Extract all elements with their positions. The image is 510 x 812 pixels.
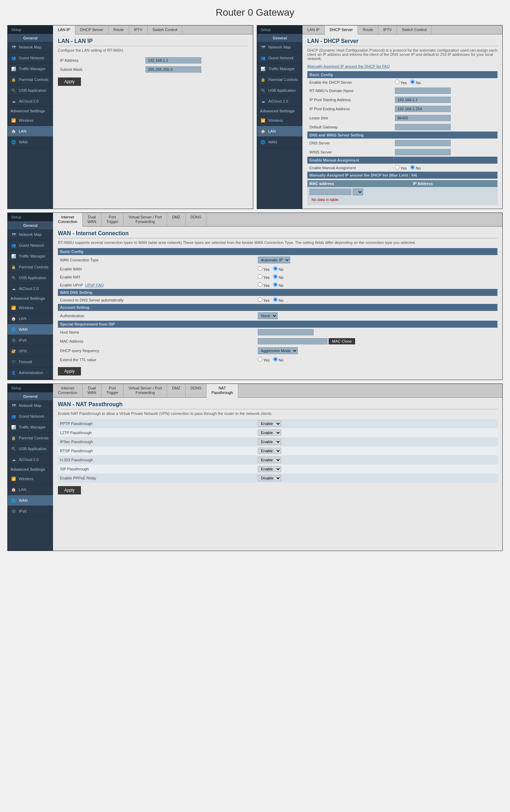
- wan-type-select[interactable]: Automatic IP: [258, 256, 290, 263]
- tab-iptv[interactable]: IPTV: [129, 25, 148, 34]
- sidebar-item-parental-controls[interactable]: 🔒 Parental Controls: [257, 74, 302, 85]
- sidebar-item-wan[interactable]: 🌐 WAN: [8, 324, 53, 335]
- sidebar-item-lan[interactable]: 🏠 LAN: [257, 126, 302, 137]
- radio-no[interactable]: No: [273, 282, 284, 288]
- radio-yes[interactable]: Yes: [258, 357, 270, 362]
- domain-name-input[interactable]: [395, 88, 451, 94]
- sidebar-item-traffic-manager[interactable]: 📊 Traffic Manager: [257, 64, 302, 74]
- ip-pool-end-input[interactable]: [395, 106, 451, 112]
- l2tp-select[interactable]: EnableDisable: [258, 430, 281, 436]
- dhcp-freq-select[interactable]: Aggressive Mode: [258, 347, 298, 354]
- tab-internet-connection[interactable]: InternetConnection: [53, 213, 83, 227]
- sidebar-item-network-map[interactable]: 🗺 Network Map: [8, 229, 53, 240]
- mac-input[interactable]: [309, 189, 351, 195]
- tab-dual-wan[interactable]: DualWAN: [83, 213, 102, 226]
- sidebar-item-aicloud[interactable]: ☁ AiCloud 2.0: [257, 96, 302, 107]
- pptp-select[interactable]: EnableDisable: [258, 420, 281, 427]
- radio-yes[interactable]: Yes: [258, 274, 270, 280]
- sidebar-item-wireless[interactable]: 📶 Wireless: [8, 115, 53, 126]
- sidebar-item-vpn[interactable]: 🔐 VPN: [8, 346, 53, 357]
- sidebar-item-usb-app[interactable]: 🔌 USB Application: [257, 85, 302, 96]
- default-gateway-input[interactable]: [395, 124, 451, 130]
- sidebar-item-firewall[interactable]: 🛡 Firewall: [8, 357, 53, 367]
- tab-nat-passthrough[interactable]: NATPassthrough: [207, 384, 238, 398]
- sidebar-item-traffic-manager[interactable]: 📊 Traffic Manager: [8, 64, 53, 74]
- dns-server-input[interactable]: [395, 140, 451, 146]
- sidebar-item-guest-network[interactable]: 👥 Guest Network: [257, 53, 302, 64]
- sidebar-item-ipv6[interactable]: ⓪ IPv6: [8, 506, 53, 517]
- tab-vspf[interactable]: Virtual Server / PortForwarding: [123, 384, 167, 397]
- pppoe-relay-select[interactable]: DisableEnable: [258, 475, 281, 481]
- dhcp-faq-link[interactable]: Manually Assigned IP around the DHCP lis…: [307, 64, 497, 68]
- wins-server-input[interactable]: [395, 149, 451, 155]
- mac-address-input[interactable]: [258, 338, 328, 344]
- sidebar-item-lan[interactable]: 🏠 LAN: [8, 484, 53, 495]
- tab-lan-ip[interactable]: LAN IP: [302, 25, 325, 34]
- sidebar-item-traffic-manager[interactable]: 📊 Traffic Manager: [8, 422, 53, 433]
- radio-no[interactable]: No: [273, 274, 284, 280]
- tab-dmz[interactable]: DMZ: [167, 384, 186, 397]
- sidebar-item-network-map[interactable]: 🗺 Network Map: [257, 42, 302, 53]
- radio-yes[interactable]: Yes: [395, 165, 407, 170]
- tab-port-trigger[interactable]: PortTrigger: [102, 384, 123, 397]
- radio-no[interactable]: No: [273, 357, 284, 362]
- radio-yes[interactable]: Yes: [258, 297, 270, 303]
- tab-ddns[interactable]: DDNS: [186, 213, 207, 226]
- tab-route[interactable]: Route: [108, 25, 129, 34]
- radio-no[interactable]: No: [410, 80, 421, 85]
- sidebar-item-guest-network[interactable]: 👥 Guest Network: [8, 53, 53, 64]
- sidebar-item-aicloud[interactable]: ☁ AiCloud 2.0: [8, 96, 53, 107]
- sidebar-item-ipv6[interactable]: ⓪ IPv6: [8, 335, 53, 346]
- tab-switch-control[interactable]: Switch Control: [397, 25, 432, 34]
- radio-no[interactable]: No: [273, 266, 284, 271]
- tab-switch-control[interactable]: Switch Control: [148, 25, 182, 34]
- tab-vspf[interactable]: Virtual Server / PortForwarding: [123, 213, 167, 226]
- tab-dhcp-server[interactable]: DHCP Server: [75, 25, 108, 34]
- tab-dmz[interactable]: DMZ: [167, 213, 186, 226]
- ip-select[interactable]: [353, 188, 363, 195]
- sidebar-item-parental-controls[interactable]: 🔒 Parental Controls: [8, 433, 53, 444]
- sidebar-item-wireless[interactable]: 📶 Wireless: [257, 115, 302, 126]
- h323-select[interactable]: EnableDisable: [258, 457, 281, 463]
- radio-no[interactable]: No: [410, 165, 421, 170]
- mac-clone-button[interactable]: MAC Clone: [329, 338, 355, 344]
- subnet-mask-input[interactable]: [145, 66, 201, 73]
- upnp-faq-link[interactable]: UPnP FAQ: [85, 283, 104, 287]
- sidebar-item-guest-network[interactable]: 👥 Guest Network: [8, 411, 53, 422]
- apply-button[interactable]: Apply: [58, 486, 81, 494]
- ip-address-input[interactable]: [145, 57, 201, 64]
- radio-yes[interactable]: Yes: [258, 282, 270, 288]
- radio-no[interactable]: No: [273, 297, 284, 303]
- sidebar-item-wan[interactable]: 🌐 WAN: [8, 137, 53, 148]
- sidebar-item-aicloud[interactable]: ☁ AiCloud 2.0: [8, 283, 53, 294]
- tab-route[interactable]: Route: [358, 25, 378, 34]
- sip-select[interactable]: EnableDisable: [258, 466, 281, 472]
- sidebar-item-lan[interactable]: 🏠 LAN: [8, 126, 53, 137]
- sidebar-item-usb-app[interactable]: 🔌 USB Application: [8, 85, 53, 96]
- sidebar-item-aicloud[interactable]: ☁ AiCloud 2.0: [8, 454, 53, 465]
- sidebar-item-usb-app[interactable]: 🔌 USB Application: [8, 273, 53, 283]
- tab-lan-ip[interactable]: LAN IP: [53, 25, 75, 35]
- apply-button[interactable]: Apply: [58, 367, 81, 375]
- apply-button[interactable]: Apply: [58, 77, 81, 86]
- ipsec-select[interactable]: EnableDisable: [258, 439, 281, 445]
- tab-internet-connection[interactable]: InternetConnection: [53, 384, 83, 397]
- tab-ddns[interactable]: DDNS: [186, 384, 207, 397]
- sidebar-item-lan[interactable]: 🏠 LAN: [8, 313, 53, 324]
- host-name-input[interactable]: [258, 329, 314, 335]
- rtsp-select[interactable]: EnableDisable: [258, 448, 281, 454]
- radio-yes[interactable]: Yes: [395, 80, 407, 85]
- sidebar-item-guest-network[interactable]: 👥 Guest Network: [8, 240, 53, 251]
- tab-port-trigger[interactable]: PortTrigger: [102, 213, 123, 226]
- sidebar-item-wan[interactable]: 🌐 WAN: [8, 495, 53, 506]
- sidebar-item-parental-controls[interactable]: 🔒 Parental Controls: [8, 74, 53, 85]
- tab-dual-wan[interactable]: DualWAN: [83, 384, 102, 397]
- sidebar-item-traffic-manager[interactable]: 📊 Traffic Manager: [8, 251, 53, 262]
- ip-pool-start-input[interactable]: [395, 97, 451, 103]
- auth-select[interactable]: None: [258, 312, 278, 319]
- tab-dhcp-server[interactable]: DHCP Server: [325, 25, 358, 35]
- sidebar-item-wireless[interactable]: 📶 Wireless: [8, 474, 53, 484]
- sidebar-item-wan[interactable]: 🌐 WAN: [257, 137, 302, 148]
- sidebar-item-usb-app[interactable]: 🔌 USB Application: [8, 444, 53, 454]
- sidebar-item-parental-controls[interactable]: 🔒 Parental Controls: [8, 262, 53, 273]
